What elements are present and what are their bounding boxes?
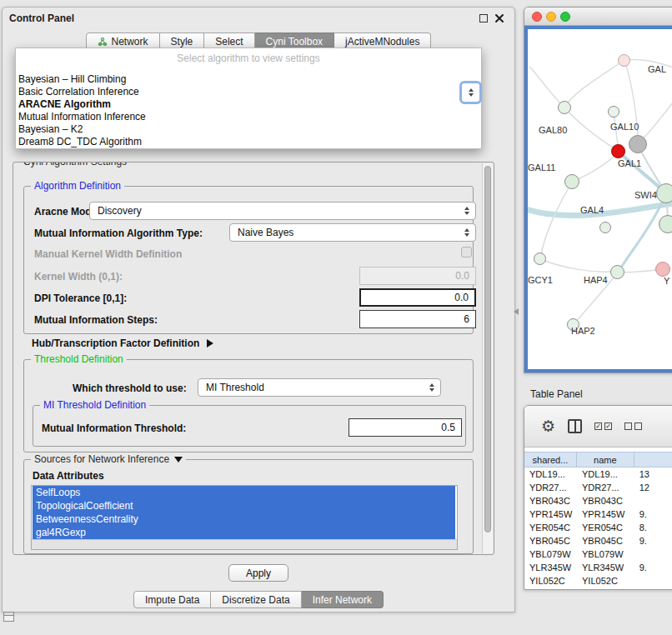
table-toolbar: ⚙ (524, 406, 672, 448)
deselect-all-columns-button[interactable] (624, 422, 642, 430)
sources-title[interactable]: Sources for Network Inference (31, 453, 186, 465)
tab-discretize-data[interactable]: Discretize Data (211, 591, 301, 608)
dpi-tolerance-field[interactable]: 0.0 (359, 288, 476, 307)
sources-group: Sources for Network Inference Data Attri… (23, 459, 474, 554)
list-hscrollbar[interactable] (32, 539, 457, 549)
table-row[interactable]: YBR043C YBR043C (524, 494, 672, 508)
cell: YBL079W (577, 548, 634, 561)
network-node[interactable] (608, 106, 619, 118)
scrollbar-thumb[interactable] (484, 166, 491, 532)
dropdown-item-selected[interactable]: ARACNE Algorithm (16, 98, 481, 111)
cell: YDL19... (577, 468, 634, 481)
apply-button[interactable]: Apply (228, 564, 288, 582)
column-header-clipped[interactable] (634, 452, 672, 467)
gear-icon[interactable]: ⚙ (541, 418, 555, 434)
network-node[interactable] (599, 222, 611, 233)
dropdown-item[interactable]: Dream8 DC_TDC Algorithm (16, 136, 481, 148)
cell: YBR045C (577, 534, 634, 548)
column-header-name[interactable]: name (577, 452, 634, 467)
table-row[interactable]: YDL19... YDL19... 13 (524, 468, 672, 481)
table-row[interactable]: YPR145W YPR145W 9. (524, 508, 672, 521)
dropdown-item[interactable]: Basic Correlation Inference (16, 86, 481, 98)
cell: YLR345W (524, 561, 577, 574)
close-icon[interactable] (494, 13, 504, 23)
mi-threshold-field[interactable]: 0.5 (349, 418, 462, 437)
table-row[interactable]: YER054C YER054C 8. (524, 521, 672, 534)
cell: YBL079W (524, 548, 577, 561)
data-attributes-list[interactable]: SelfLoops TopologicalCoefficient Between… (31, 485, 458, 550)
cell: YPR145W (577, 508, 634, 521)
aracne-mode-combo[interactable]: Discovery (89, 202, 476, 220)
table-row[interactable]: YLR345W YLR345W 9. (524, 561, 672, 574)
node-label: HAP2 (571, 326, 595, 336)
hub-transcription-factor-section[interactable]: Hub/Transcription Factor Definition (32, 338, 213, 349)
node-label: GAL11 (528, 162, 555, 172)
table-row[interactable]: YDR27... YDR27... 12 (524, 481, 672, 494)
dropdown-item[interactable]: Bayesian – Hill Climbing (16, 73, 481, 86)
close-traffic-light-icon[interactable] (532, 12, 542, 22)
network-node[interactable] (564, 174, 579, 189)
cell: 12 (634, 481, 672, 494)
cell: YER054C (524, 521, 577, 534)
show-columns-icon[interactable] (568, 419, 582, 433)
minimize-traffic-light-icon[interactable] (546, 12, 556, 22)
tab-label: Network (112, 36, 148, 48)
field-value: 0.5 (441, 422, 455, 433)
tab-label: Impute Data (145, 594, 199, 606)
cyni-algorithm-settings-group: Cyni Algorithm Settings Algorithm Defini… (13, 162, 494, 555)
cell: YER054C (577, 521, 634, 534)
splitter-collapse-icon[interactable] (514, 308, 519, 315)
network-window-titlebar[interactable] (524, 8, 672, 26)
mi-algorithm-type-combo[interactable]: Naive Bayes (229, 223, 476, 242)
table-row[interactable]: YBL079W YBL079W (524, 548, 672, 561)
network-node[interactable] (610, 265, 624, 279)
sources-title-label: Sources for Network Inference (34, 453, 169, 465)
cell: YBR043C (577, 494, 634, 508)
column-header-shared-name[interactable]: shared... (524, 452, 577, 467)
select-all-columns-button[interactable] (594, 422, 612, 430)
network-canvas[interactable]: GAL GAL80 GAL10 GAL11 GAL1 SWI4 GAL4 GCY… (524, 26, 672, 372)
manual-kernel-width-checkbox[interactable] (461, 247, 472, 258)
node-label: GAL4 (580, 205, 604, 215)
table-row[interactable]: YBR045C YBR045C 9. (524, 534, 672, 548)
mi-steps-field[interactable]: 6 (359, 310, 476, 328)
float-window-icon[interactable] (479, 14, 488, 22)
dropdown-item-list: Bayesian – Hill Climbing Basic Correlati… (16, 73, 481, 148)
network-node[interactable] (534, 252, 546, 265)
dropdown-placeholder: Select algorithm to view settings (16, 48, 481, 64)
attribute-item[interactable]: BetweennessCentrality (33, 512, 455, 526)
attribute-item[interactable]: TopologicalCoefficient (33, 499, 455, 512)
algorithm-dropdown-popup: Select algorithm to view settings Bayesi… (15, 48, 482, 149)
tab-infer-network[interactable]: Infer Network (302, 591, 384, 608)
minimized-panel-grip-icon[interactable] (3, 612, 14, 622)
kernel-width-label: Kernel Width (0,1): (34, 271, 123, 282)
attribute-item[interactable]: gal4RGexp (33, 526, 455, 539)
combo-stepper-icon (469, 93, 474, 97)
cell: YDR27... (524, 481, 577, 494)
node-label: GCY1 (528, 275, 553, 285)
tab-impute-data[interactable]: Impute Data (133, 591, 211, 608)
settings-vscrollbar[interactable] (482, 163, 493, 553)
combo-stepper-icon (427, 379, 437, 396)
zoom-traffic-light-icon[interactable] (560, 12, 570, 22)
cell: 13 (634, 468, 672, 481)
threshold-definition-group: Threshold Definition Which threshold to … (23, 359, 474, 452)
cyni-bottom-tabbar: Impute Data Discretize Data Infer Networ… (3, 591, 514, 608)
cell: YBR045C (524, 534, 577, 548)
network-node[interactable] (656, 183, 672, 203)
network-node[interactable] (618, 54, 630, 67)
dropdown-item[interactable]: Bayesian – K2 (16, 123, 481, 136)
attribute-item[interactable]: SelfLoops (33, 486, 455, 499)
table-row[interactable]: YIL052C YIL052C (524, 574, 672, 588)
network-node[interactable] (659, 215, 672, 233)
network-node[interactable] (558, 101, 571, 114)
which-threshold-combo[interactable]: MI Threshold (198, 378, 441, 397)
dropdown-item[interactable]: Mutual Information Inference (16, 111, 481, 123)
network-icon (98, 37, 108, 47)
cell: 9. (634, 534, 672, 548)
network-node-red[interactable] (611, 144, 625, 158)
network-node-gal10[interactable] (629, 135, 647, 153)
control-panel-titlebar: Control Panel (3, 8, 514, 29)
algorithm-combo-focus-ring[interactable] (459, 81, 482, 104)
network-node-pink[interactable] (655, 262, 670, 277)
